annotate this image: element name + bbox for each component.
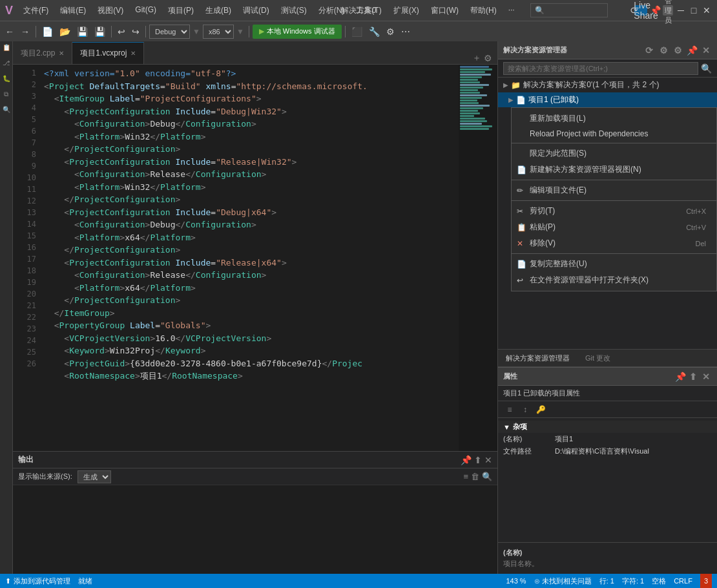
menu-window[interactable]: 窗口(W)	[426, 4, 464, 17]
output-close-btn[interactable]: ✕	[484, 455, 492, 465]
output-find-btn[interactable]: 🔍	[482, 472, 492, 481]
se-filter-btn[interactable]: ⚙	[658, 45, 669, 56]
tab-label-1: 项目1.vcxproj	[80, 48, 127, 59]
open-btn[interactable]: 📂	[57, 25, 73, 38]
status-line[interactable]: 行: 1	[599, 576, 614, 586]
pin-icon[interactable]: 📌	[650, 5, 660, 16]
ctx-cut[interactable]: ✂ 剪切(T) Ctrl+X	[512, 203, 716, 219]
se-pin-btn[interactable]: 📌	[686, 45, 698, 56]
menu-test[interactable]: 测试(S)	[276, 4, 312, 17]
ctx-edit-proj[interactable]: ✏ 编辑项目文件(E)	[512, 182, 716, 198]
se-sync-btn[interactable]: ⟳	[643, 45, 655, 56]
live-share-button[interactable]: ⟳ Live Share	[634, 5, 647, 16]
ctx-open-explorer[interactable]: ↩ 在文件资源管理器中打开文件夹(X)	[512, 272, 716, 288]
ctx-copy-path[interactable]: 📄 复制完整路径(U)	[512, 256, 716, 272]
tab-item-0[interactable]: 项目2.cpp ✕	[13, 42, 72, 64]
se-search-bar: 🔍	[498, 59, 717, 78]
bottom-panel-tabs: 解决方案资源管理器 Git 更改	[498, 349, 717, 367]
se-settings-btn[interactable]: ⚙	[672, 45, 683, 56]
add-tab-btn[interactable]: ＋	[472, 52, 481, 64]
tab-close-0[interactable]: ✕	[59, 50, 64, 57]
menu-extensions[interactable]: 扩展(X)	[388, 4, 424, 17]
menu-build[interactable]: 生成(B)	[200, 4, 236, 17]
ctx-edit-icon: ✏	[517, 186, 523, 195]
forward-btn[interactable]: →	[18, 25, 32, 38]
ctx-new-view[interactable]: 📄 新建解决方案资源管理器视图(N)	[512, 162, 716, 178]
status-ready: 就绪	[78, 576, 92, 586]
save-btn[interactable]: 💾	[74, 25, 90, 38]
redo-btn[interactable]: ↪	[129, 25, 142, 38]
ctx-reload-deps[interactable]: Reload Project with Dependencies	[512, 127, 716, 141]
prop-close-btn[interactable]: ✕	[700, 371, 712, 383]
menu-project[interactable]: 项目(P)	[163, 4, 199, 17]
ctx-remove[interactable]: ✕ 移除(V) Del	[512, 235, 716, 251]
breakpoint-btn[interactable]: ⬛	[349, 25, 365, 38]
run-button[interactable]: ▶ 本地 Windows 调试器	[253, 25, 342, 39]
platform-select[interactable]: x86	[203, 25, 234, 39]
git-tab[interactable]: Git 更改	[577, 351, 618, 366]
se-search-icon[interactable]: 🔍	[701, 63, 712, 74]
git-branch-icon: ⬆	[5, 577, 11, 585]
menu-help[interactable]: 帮助(H)	[465, 4, 502, 17]
ctx-reload[interactable]: 重新加载项目(L)	[512, 110, 716, 127]
properties-toolbar: ≡ ↕ 🔑	[498, 401, 717, 418]
prop-pages-btn[interactable]: 🔑	[534, 403, 547, 416]
prop-pin-btn[interactable]: 📌	[674, 371, 686, 383]
menu-more[interactable]: ···	[503, 4, 520, 17]
back-btn[interactable]: ←	[3, 25, 17, 38]
explorer-icon[interactable]: 📋	[1, 44, 12, 54]
status-no-issues[interactable]: ⊙ 未找到相关问题	[534, 576, 592, 586]
output-pin-btn[interactable]: 📌	[461, 455, 472, 465]
prop-sort-btn[interactable]: ↕	[519, 403, 532, 416]
ctx-reload-deps-label: Reload Project with Dependencies	[530, 129, 648, 138]
maximize-icon[interactable]: □	[689, 5, 699, 16]
properties-content: ▼ 杂项 (名称) 项目1 文件路径 D:\编程资料\C语言资料\Visual	[498, 418, 717, 483]
new-file-btn[interactable]: 📄	[39, 25, 56, 38]
minimize-icon[interactable]: ─	[676, 5, 686, 16]
ctx-scope[interactable]: 限定为此范围(S)	[512, 145, 716, 162]
output-dock-btn[interactable]: ⬆	[474, 455, 482, 465]
output-wrap-btn[interactable]: ≡	[463, 472, 468, 481]
prop-dock-btn[interactable]: ⬆	[687, 371, 699, 383]
git-icon[interactable]: ⎇	[1, 59, 12, 70]
menu-view[interactable]: 视图(V)	[92, 4, 129, 17]
status-zoom[interactable]: 143 %	[506, 577, 526, 585]
menu-edit[interactable]: 编辑(E)	[55, 4, 91, 17]
tab-options-btn[interactable]: ⚙	[484, 53, 492, 63]
output-source-select[interactable]: 生成	[78, 470, 111, 483]
output-filter-label: 显示输出来源(S):	[18, 472, 72, 481]
menu-file[interactable]: 文件(F)	[18, 4, 54, 17]
save-all-btn[interactable]: 💾	[92, 25, 108, 38]
debug-icon[interactable]: 🐛	[1, 75, 12, 85]
close-icon[interactable]: ✕	[701, 5, 712, 16]
se-search-input[interactable]	[503, 62, 698, 75]
status-encoding[interactable]: CRLF	[674, 577, 692, 585]
menu-debug[interactable]: 调试(D)	[238, 4, 275, 17]
se-project-item[interactable]: ▶ 📄 项目1 (已卸载)	[498, 92, 717, 107]
solution-explorer-header: 解决方案资源管理器 ⟳ ⚙ ⚙ 📌 ✕	[498, 41, 717, 59]
extensions-icon[interactable]: ⧉	[1, 90, 12, 101]
tab-close-1[interactable]: ✕	[130, 50, 136, 57]
debug-config-select[interactable]: Debug	[149, 25, 190, 39]
se-tab[interactable]: 解决方案资源管理器	[498, 351, 577, 366]
manage-button[interactable]: 管理员	[663, 5, 673, 16]
config-btn[interactable]: ⚙	[384, 25, 397, 38]
code-editor[interactable]: <?xml version="1.0" encoding="utf-8"?> <…	[39, 65, 459, 451]
se-solution-root[interactable]: ▶ 📁 解决方案'解决方案0'(1 个项目，共 2 个)	[498, 78, 717, 92]
ctx-paste[interactable]: 📋 粘贴(P) Ctrl+V	[512, 219, 716, 235]
tools-btn[interactable]: 🔧	[366, 25, 382, 38]
search-icon2[interactable]: 🔍	[1, 106, 12, 116]
prop-categorize-btn[interactable]: ≡	[503, 403, 516, 416]
play-icon: ▶	[259, 27, 264, 36]
status-git-icon[interactable]: ⬆ 添加到源代码管理	[5, 576, 70, 586]
output-clear-btn[interactable]: 🗑	[471, 472, 479, 481]
undo-btn[interactable]: ↩	[115, 25, 128, 38]
more-btn[interactable]: ⋯	[399, 25, 413, 38]
menu-git[interactable]: Git(G)	[130, 4, 161, 17]
tab-item-1[interactable]: 项目1.vcxproj ✕	[72, 42, 144, 64]
ctx-copy-path-icon: 📄	[517, 260, 526, 269]
status-col[interactable]: 字符: 1	[622, 576, 644, 586]
prop-desc-value: 项目名称。	[503, 559, 712, 569]
se-close-btn[interactable]: ✕	[700, 45, 712, 56]
status-space[interactable]: 空格	[652, 576, 666, 586]
